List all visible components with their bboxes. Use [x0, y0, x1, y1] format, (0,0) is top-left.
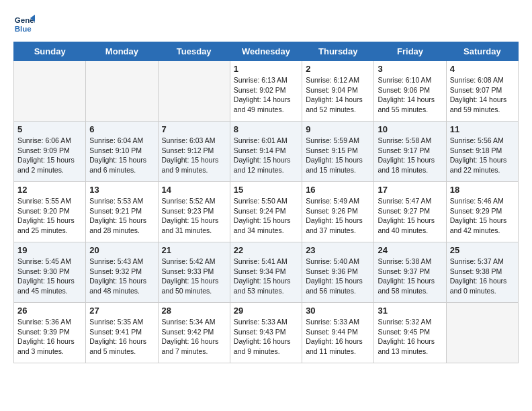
- calendar-day-cell: 17Sunrise: 5:47 AM Sunset: 9:27 PM Dayli…: [374, 182, 446, 242]
- day-number: 28: [162, 306, 226, 316]
- day-info: Sunrise: 5:53 AM Sunset: 9:21 PM Dayligh…: [89, 196, 154, 236]
- day-number: 5: [17, 124, 82, 134]
- calendar-day-cell: 19Sunrise: 5:45 AM Sunset: 9:30 PM Dayli…: [14, 242, 86, 303]
- day-info: Sunrise: 6:04 AM Sunset: 9:10 PM Dayligh…: [89, 136, 154, 175]
- day-info: Sunrise: 5:47 AM Sunset: 9:27 PM Dayligh…: [378, 196, 442, 236]
- calendar-day-cell: [14, 61, 86, 122]
- day-number: 19: [17, 245, 82, 255]
- day-number: 6: [89, 124, 154, 134]
- day-info: Sunrise: 5:45 AM Sunset: 9:30 PM Dayligh…: [17, 257, 82, 296]
- calendar-week-row: 5Sunrise: 6:06 AM Sunset: 9:09 PM Daylig…: [14, 122, 519, 182]
- day-number: 25: [450, 245, 515, 255]
- weekday-header-friday: Friday: [374, 42, 446, 61]
- calendar-day-cell: 13Sunrise: 5:53 AM Sunset: 9:21 PM Dayli…: [86, 182, 158, 242]
- calendar-day-cell: 24Sunrise: 5:38 AM Sunset: 9:37 PM Dayli…: [374, 242, 446, 303]
- day-number: 1: [234, 64, 298, 74]
- calendar-day-cell: 6Sunrise: 6:04 AM Sunset: 9:10 PM Daylig…: [86, 122, 158, 182]
- day-info: Sunrise: 5:59 AM Sunset: 9:15 PM Dayligh…: [306, 136, 370, 175]
- calendar-day-cell: 18Sunrise: 5:46 AM Sunset: 9:29 PM Dayli…: [446, 182, 518, 242]
- calendar-week-row: 19Sunrise: 5:45 AM Sunset: 9:30 PM Dayli…: [14, 242, 519, 303]
- day-number: 9: [306, 124, 370, 134]
- weekday-header-tuesday: Tuesday: [158, 42, 230, 61]
- day-number: 26: [17, 306, 82, 316]
- day-info: Sunrise: 6:08 AM Sunset: 9:07 PM Dayligh…: [450, 75, 515, 115]
- day-number: 13: [89, 185, 154, 195]
- day-number: 14: [162, 185, 226, 195]
- day-info: Sunrise: 6:06 AM Sunset: 9:09 PM Dayligh…: [17, 136, 82, 175]
- day-info: Sunrise: 5:34 AM Sunset: 9:42 PM Dayligh…: [162, 317, 226, 357]
- calendar-day-cell: 15Sunrise: 5:50 AM Sunset: 9:24 PM Dayli…: [230, 182, 302, 242]
- day-info: Sunrise: 6:12 AM Sunset: 9:04 PM Dayligh…: [306, 75, 370, 115]
- day-number: 18: [450, 185, 515, 195]
- calendar-week-row: 12Sunrise: 5:55 AM Sunset: 9:20 PM Dayli…: [14, 182, 519, 242]
- calendar-day-cell: 21Sunrise: 5:42 AM Sunset: 9:33 PM Dayli…: [158, 242, 230, 303]
- day-info: Sunrise: 5:40 AM Sunset: 9:36 PM Dayligh…: [306, 257, 370, 296]
- day-number: 23: [306, 245, 370, 255]
- day-number: 4: [450, 64, 515, 74]
- calendar-day-cell: 30Sunrise: 5:33 AM Sunset: 9:44 PM Dayli…: [302, 303, 374, 363]
- svg-text:Blue: Blue: [15, 25, 32, 33]
- day-number: 24: [378, 245, 442, 255]
- weekday-header-sunday: Sunday: [14, 42, 86, 61]
- day-info: Sunrise: 5:33 AM Sunset: 9:44 PM Dayligh…: [306, 317, 370, 357]
- calendar-day-cell: 1Sunrise: 6:13 AM Sunset: 9:02 PM Daylig…: [230, 61, 302, 122]
- day-number: 22: [234, 245, 298, 255]
- day-info: Sunrise: 5:41 AM Sunset: 9:34 PM Dayligh…: [234, 257, 298, 296]
- logo-icon: General Blue: [13, 13, 35, 35]
- day-info: Sunrise: 6:10 AM Sunset: 9:06 PM Dayligh…: [378, 75, 442, 115]
- calendar-day-cell: 9Sunrise: 5:59 AM Sunset: 9:15 PM Daylig…: [302, 122, 374, 182]
- calendar-day-cell: [86, 61, 158, 122]
- day-number: 10: [378, 124, 442, 134]
- day-info: Sunrise: 5:42 AM Sunset: 9:33 PM Dayligh…: [162, 257, 226, 296]
- weekday-header-thursday: Thursday: [302, 42, 374, 61]
- day-info: Sunrise: 5:43 AM Sunset: 9:32 PM Dayligh…: [89, 257, 154, 296]
- calendar-day-cell: 8Sunrise: 6:01 AM Sunset: 9:14 PM Daylig…: [230, 122, 302, 182]
- day-number: 12: [17, 185, 82, 195]
- calendar-day-cell: 29Sunrise: 5:33 AM Sunset: 9:43 PM Dayli…: [230, 303, 302, 363]
- day-info: Sunrise: 5:35 AM Sunset: 9:41 PM Dayligh…: [89, 317, 154, 357]
- day-number: 20: [89, 245, 154, 255]
- day-number: 21: [162, 245, 226, 255]
- calendar-day-cell: 11Sunrise: 5:56 AM Sunset: 9:18 PM Dayli…: [446, 122, 518, 182]
- day-info: Sunrise: 5:33 AM Sunset: 9:43 PM Dayligh…: [234, 317, 298, 357]
- day-number: 16: [306, 185, 370, 195]
- calendar-week-row: 1Sunrise: 6:13 AM Sunset: 9:02 PM Daylig…: [14, 61, 519, 122]
- calendar-day-cell: 14Sunrise: 5:52 AM Sunset: 9:23 PM Dayli…: [158, 182, 230, 242]
- calendar-day-cell: 10Sunrise: 5:58 AM Sunset: 9:17 PM Dayli…: [374, 122, 446, 182]
- calendar-day-cell: 7Sunrise: 6:03 AM Sunset: 9:12 PM Daylig…: [158, 122, 230, 182]
- weekday-header-wednesday: Wednesday: [230, 42, 302, 61]
- day-number: 11: [450, 124, 515, 134]
- calendar-day-cell: 2Sunrise: 6:12 AM Sunset: 9:04 PM Daylig…: [302, 61, 374, 122]
- calendar-day-cell: 5Sunrise: 6:06 AM Sunset: 9:09 PM Daylig…: [14, 122, 86, 182]
- calendar-day-cell: 22Sunrise: 5:41 AM Sunset: 9:34 PM Dayli…: [230, 242, 302, 303]
- day-info: Sunrise: 6:01 AM Sunset: 9:14 PM Dayligh…: [234, 136, 298, 175]
- calendar-day-cell: [158, 61, 230, 122]
- weekday-header-monday: Monday: [86, 42, 158, 61]
- day-number: 8: [234, 124, 298, 134]
- day-number: 31: [378, 306, 442, 316]
- weekday-header-saturday: Saturday: [446, 42, 518, 61]
- calendar-day-cell: 3Sunrise: 6:10 AM Sunset: 9:06 PM Daylig…: [374, 61, 446, 122]
- day-info: Sunrise: 5:37 AM Sunset: 9:38 PM Dayligh…: [450, 257, 515, 296]
- day-info: Sunrise: 5:52 AM Sunset: 9:23 PM Dayligh…: [162, 196, 226, 236]
- day-info: Sunrise: 5:46 AM Sunset: 9:29 PM Dayligh…: [450, 196, 515, 236]
- day-info: Sunrise: 5:49 AM Sunset: 9:26 PM Dayligh…: [306, 196, 370, 236]
- day-number: 17: [378, 185, 442, 195]
- page-header: General Blue: [13, 13, 519, 35]
- day-info: Sunrise: 5:55 AM Sunset: 9:20 PM Dayligh…: [17, 196, 82, 236]
- day-number: 2: [306, 64, 370, 74]
- calendar-day-cell: 12Sunrise: 5:55 AM Sunset: 9:20 PM Dayli…: [14, 182, 86, 242]
- calendar-day-cell: [446, 303, 518, 363]
- calendar-day-cell: 26Sunrise: 5:36 AM Sunset: 9:39 PM Dayli…: [14, 303, 86, 363]
- day-number: 30: [306, 306, 370, 316]
- day-info: Sunrise: 5:58 AM Sunset: 9:17 PM Dayligh…: [378, 136, 442, 175]
- day-info: Sunrise: 5:38 AM Sunset: 9:37 PM Dayligh…: [378, 257, 442, 296]
- logo: General Blue: [13, 13, 38, 35]
- calendar-day-cell: 25Sunrise: 5:37 AM Sunset: 9:38 PM Dayli…: [446, 242, 518, 303]
- calendar-day-cell: 4Sunrise: 6:08 AM Sunset: 9:07 PM Daylig…: [446, 61, 518, 122]
- calendar-table: SundayMondayTuesdayWednesdayThursdayFrid…: [13, 42, 519, 363]
- day-info: Sunrise: 6:03 AM Sunset: 9:12 PM Dayligh…: [162, 136, 226, 175]
- day-info: Sunrise: 5:50 AM Sunset: 9:24 PM Dayligh…: [234, 196, 298, 236]
- day-number: 7: [162, 124, 226, 134]
- day-info: Sunrise: 5:36 AM Sunset: 9:39 PM Dayligh…: [17, 317, 82, 357]
